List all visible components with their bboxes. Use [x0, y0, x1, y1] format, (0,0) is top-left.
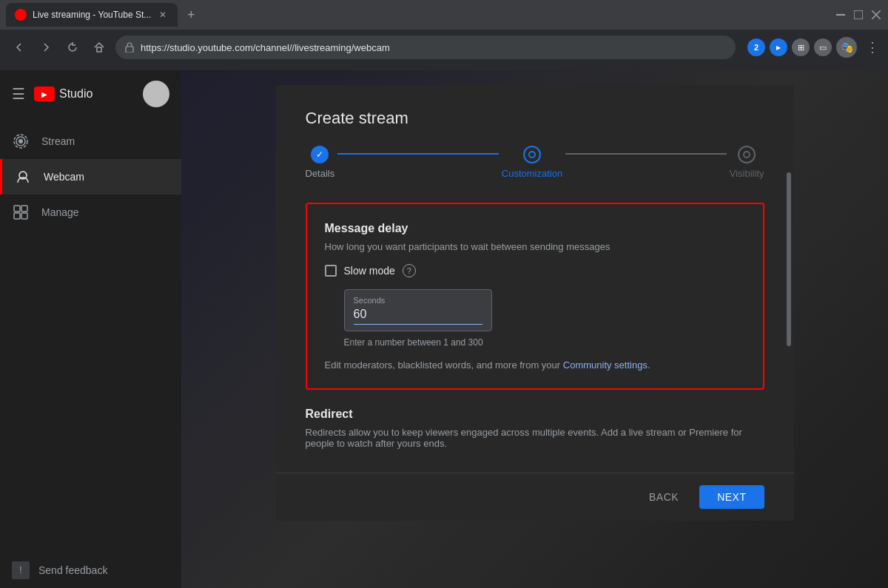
stream-icon: [12, 132, 30, 150]
studio-title: Studio: [59, 87, 92, 101]
community-text-suffix: .: [648, 359, 650, 371]
extension-user-button[interactable]: 🎭: [836, 37, 857, 58]
step-customization: Customization: [502, 146, 562, 179]
address-bar[interactable]: https://studio.youtube.com/channel//live…: [115, 36, 736, 59]
stream-label: Stream: [41, 135, 75, 147]
community-settings-link[interactable]: Community settings: [563, 359, 648, 371]
sidebar-item-manage[interactable]: Manage: [0, 195, 181, 230]
back-nav-button[interactable]: [9, 37, 30, 58]
step-customization-circle: [523, 146, 541, 163]
window-controls: [835, 9, 882, 21]
browser-menu-button[interactable]: ⋮: [866, 39, 879, 55]
back-button[interactable]: BACK: [637, 485, 690, 509]
manage-label: Manage: [41, 206, 79, 218]
step-visibility-label: Visibility: [730, 168, 764, 179]
main-content: Create stream ✓ Details: [181, 70, 888, 588]
message-delay-description: How long you want participants to wait b…: [325, 241, 745, 252]
webcam-label: Webcam: [44, 171, 84, 183]
step-connector-2: [565, 153, 727, 155]
sidebar: ☰ Studio Stream Webcam: [0, 70, 181, 588]
feedback-label: Send feedback: [38, 564, 107, 576]
dialog-overlay: Create stream ✓ Details: [181, 70, 888, 588]
feedback-icon: !: [12, 561, 30, 579]
dialog-footer: BACK NEXT: [276, 473, 794, 521]
reload-button[interactable]: [62, 37, 83, 58]
seconds-label: Seconds: [354, 296, 482, 305]
url-text: https://studio.youtube.com/channel//live…: [141, 42, 727, 53]
seconds-value: 60: [354, 308, 482, 325]
user-avatar[interactable]: [143, 81, 169, 107]
youtube-icon: [34, 87, 55, 101]
extension-badge-button[interactable]: 2: [747, 38, 765, 56]
svg-rect-13: [21, 213, 27, 219]
extension-puzzle-button[interactable]: ⊞: [792, 38, 810, 56]
step-connector-1: [337, 153, 499, 155]
checkmark-icon: ✓: [316, 149, 323, 160]
redirect-title: Redirect: [306, 408, 764, 421]
redirect-description: Redirects allow you to keep viewers enga…: [306, 427, 764, 449]
extension-tablet-button[interactable]: ▭: [814, 38, 832, 56]
home-button[interactable]: [89, 37, 110, 58]
active-step-dot: [528, 151, 536, 158]
step-visibility-circle: [738, 146, 756, 163]
svg-rect-12: [14, 213, 20, 219]
dialog-scrollbar[interactable]: [787, 172, 791, 347]
step-customization-label: Customization: [502, 168, 562, 179]
svg-rect-1: [854, 10, 863, 19]
sidebar-item-stream[interactable]: Stream: [0, 124, 181, 159]
seconds-input-box[interactable]: Seconds 60: [344, 289, 492, 331]
sidebar-header: ☰ Studio: [0, 70, 181, 118]
sidebar-item-webcam[interactable]: Webcam: [0, 159, 181, 195]
slow-mode-row: Slow mode ?: [325, 264, 745, 277]
seconds-hint: Enter a number between 1 and 300: [344, 337, 745, 348]
community-text: Edit moderators, blacklisted words, and …: [325, 359, 745, 371]
seconds-input-container: Seconds 60: [344, 289, 745, 331]
message-delay-title: Message delay: [325, 222, 745, 235]
message-delay-section: Message delay How long you want particip…: [306, 203, 764, 390]
inactive-step-dot: [743, 151, 750, 158]
manage-icon: [12, 203, 30, 221]
svg-point-6: [18, 139, 23, 143]
create-stream-dialog: Create stream ✓ Details: [276, 85, 794, 521]
redirect-section: Redirect Redirects allow you to keep vie…: [306, 408, 764, 449]
step-details-circle: ✓: [311, 146, 329, 163]
sidebar-navigation: Stream Webcam Manage: [0, 118, 181, 552]
lock-icon: [124, 42, 135, 53]
svg-rect-11: [21, 206, 27, 212]
svg-rect-0: [836, 14, 845, 16]
send-feedback-button[interactable]: ! Send feedback: [12, 561, 169, 579]
forward-nav-button[interactable]: [36, 37, 56, 58]
community-text-prefix: Edit moderators, blacklisted words, and …: [325, 359, 561, 371]
tab-title: Live streaming - YouTube St...: [33, 10, 151, 20]
svg-rect-4: [97, 47, 101, 52]
extension-record-button[interactable]: ▶: [770, 38, 787, 56]
slow-mode-label: Slow mode: [344, 265, 395, 277]
tab-close-button[interactable]: ✕: [157, 9, 169, 21]
maximize-button[interactable]: [852, 9, 864, 21]
webcam-icon: [14, 168, 32, 186]
stepper: ✓ Details Customization: [306, 146, 764, 179]
hamburger-menu-button[interactable]: ☰: [12, 85, 25, 103]
step-details-label: Details: [306, 168, 335, 179]
extensions-area: 2 ▶ ⊞ ▭ 🎭: [747, 37, 857, 58]
tab-favicon: [15, 9, 27, 21]
browser-tab[interactable]: Live streaming - YouTube St... ✕: [6, 3, 178, 27]
slow-mode-help-icon[interactable]: ?: [403, 264, 416, 277]
dialog-title: Create stream: [306, 109, 764, 128]
step-details: ✓ Details: [306, 146, 335, 179]
minimize-button[interactable]: [835, 9, 847, 21]
svg-rect-10: [14, 206, 20, 212]
new-tab-button[interactable]: +: [181, 4, 201, 25]
sidebar-footer: ! Send feedback: [0, 552, 181, 588]
yt-logo[interactable]: Studio: [34, 87, 92, 101]
next-button[interactable]: NEXT: [699, 485, 764, 509]
slow-mode-checkbox[interactable]: [325, 265, 337, 277]
close-window-button[interactable]: [870, 9, 882, 21]
svg-rect-5: [126, 47, 133, 53]
step-visibility: Visibility: [730, 146, 764, 179]
